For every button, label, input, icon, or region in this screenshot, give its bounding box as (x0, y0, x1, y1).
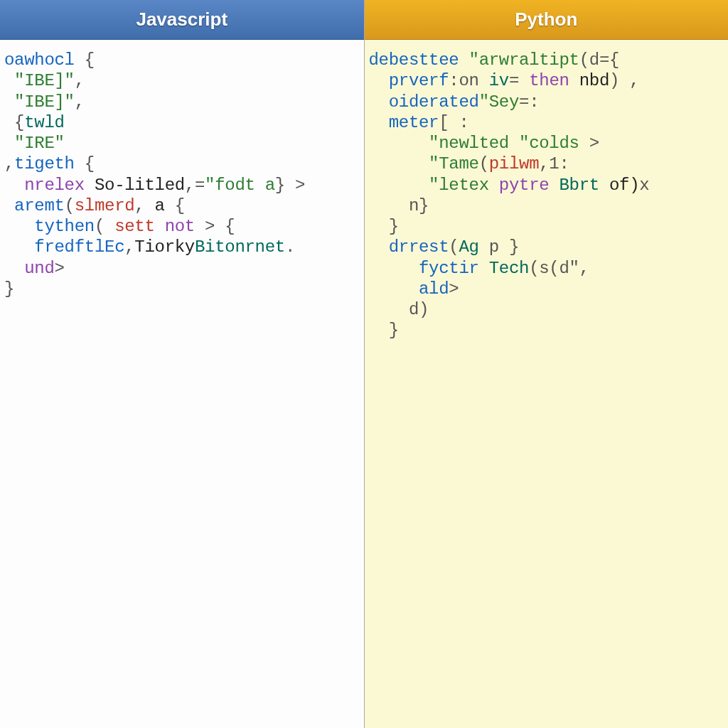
javascript-token: "fodt a (205, 176, 275, 195)
python-token: pytre (499, 176, 560, 195)
python-token: =: (519, 92, 539, 112)
javascript-code-area[interactable]: oawhocl { "IBE]", "IBE]", {twld "IRE",ti… (0, 40, 364, 728)
python-token: iv (489, 71, 509, 90)
python-token: > (589, 134, 599, 153)
python-code-line: n} (369, 196, 722, 216)
python-code-line: meter[ : (369, 112, 722, 133)
python-token: ,1: (539, 154, 569, 173)
python-token: "newlted (369, 134, 520, 153)
python-header: Python (365, 0, 729, 40)
javascript-code-line: und> (4, 258, 357, 279)
python-token: } (369, 321, 399, 340)
javascript-token: , (4, 154, 14, 173)
javascript-token: { (75, 50, 95, 70)
split-view: Javascript oawhocl { "IBE]", "IBE]", {tw… (0, 0, 728, 728)
python-token: :on (449, 71, 488, 90)
javascript-token: und (4, 259, 55, 278)
javascript-token: { (165, 196, 185, 215)
python-token: fyctir (369, 259, 489, 278)
python-code-area[interactable]: debesttee "arwraltipt(d={ prverf:on iv= … (365, 40, 729, 728)
javascript-code-line: "IBE]", (4, 92, 357, 112)
javascript-token: { (75, 154, 95, 173)
javascript-token: aremt (4, 196, 65, 215)
python-code-line: prverf:on iv= then nbd) , (369, 70, 722, 91)
javascript-code-line: } (4, 279, 357, 299)
javascript-token: } > (275, 176, 305, 195)
javascript-token: fredftlEc (4, 237, 124, 257)
python-code-line: d) (369, 299, 722, 320)
python-code-line: ald> (369, 279, 722, 299)
javascript-token: > { (195, 217, 235, 236)
javascript-code-line: {twld (4, 112, 357, 133)
python-code-line: drrest(Ag p } (369, 237, 722, 257)
javascript-token: . (285, 237, 295, 257)
python-token: > (449, 279, 459, 299)
python-token: x (639, 176, 649, 195)
python-code-line: } (369, 216, 722, 237)
javascript-token: tythen (4, 217, 95, 236)
python-code-line: } (369, 320, 722, 341)
javascript-token: "IBE]" (4, 71, 75, 90)
javascript-token: So-litled (85, 176, 185, 195)
python-token: "Sey (479, 92, 519, 112)
javascript-token: , (134, 196, 154, 215)
python-token: ( (449, 237, 459, 257)
python-code-line: "newlted "colds > (369, 133, 722, 154)
python-token: of) (599, 176, 639, 195)
python-token: (s(d", (529, 259, 589, 278)
python-code-line: debesttee "arwraltipt(d={ (369, 50, 722, 70)
python-token: p } (479, 237, 519, 257)
python-token: "colds (519, 134, 589, 153)
javascript-token: sett (114, 217, 154, 236)
javascript-code-line: tythen( sett not > { (4, 216, 357, 237)
javascript-code-line: fredftlEc,TiorkyBitonrnet. (4, 237, 357, 257)
python-token: Tech (489, 259, 529, 278)
javascript-token: a (155, 196, 165, 215)
python-token: } (369, 217, 399, 236)
javascript-token: , (124, 237, 134, 257)
python-token: n} (369, 196, 429, 215)
python-token: d) (369, 300, 429, 319)
python-token: ) , (609, 71, 639, 90)
python-token: meter (369, 113, 439, 132)
python-token: oiderated (369, 92, 479, 112)
javascript-token: "IRE" (4, 134, 65, 153)
javascript-token: Bitonrnet (195, 237, 285, 257)
javascript-token: , (75, 71, 85, 90)
javascript-header: Javascript (0, 0, 364, 40)
javascript-token: > (55, 259, 65, 278)
python-token: ( (479, 154, 489, 173)
python-token: Ag (459, 237, 478, 257)
python-token: debesttee (369, 50, 469, 70)
python-token: Bbrt (559, 176, 599, 195)
javascript-code-line: ,tigeth { (4, 154, 357, 174)
javascript-token: tigeth (14, 154, 75, 173)
python-token: nbd (569, 71, 609, 90)
javascript-token: "IBE]" (4, 92, 75, 112)
python-token: drrest (369, 237, 449, 257)
python-token: "arwraltipt (469, 50, 579, 70)
python-code-line: "Tame(pilwm,1: (369, 154, 722, 174)
python-token: pilwm (489, 154, 540, 173)
javascript-token: ( (65, 196, 75, 215)
javascript-token: { (4, 113, 24, 132)
python-pane: Python debesttee "arwraltipt(d={ prverf:… (365, 0, 729, 728)
python-token: [ : (439, 113, 469, 132)
python-token: = (509, 71, 529, 90)
javascript-token: nrelex (4, 176, 85, 195)
python-token: then (529, 71, 569, 90)
javascript-token: twld (24, 113, 64, 132)
javascript-code-line: oawhocl { (4, 50, 357, 70)
python-code-line: oiderated"Sey=: (369, 92, 722, 112)
javascript-token: Tiorky (134, 237, 195, 257)
javascript-code-line: "IRE" (4, 133, 357, 154)
javascript-code-line: "IBE]", (4, 70, 357, 91)
python-token: prverf (369, 71, 449, 90)
javascript-token: ,= (185, 176, 205, 195)
javascript-token: } (4, 279, 14, 299)
python-token: ald (369, 279, 449, 299)
python-token: "Tame (369, 154, 479, 173)
javascript-token: oawhocl (4, 50, 75, 70)
javascript-token: , (75, 92, 85, 112)
python-code-line: fyctir Tech(s(d", (369, 258, 722, 279)
